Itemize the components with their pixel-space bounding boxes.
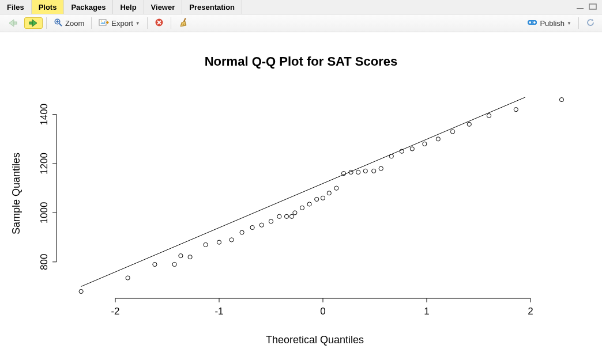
y-tick-label: 800	[39, 254, 50, 270]
svg-point-10	[101, 20, 102, 21]
tab-presentation[interactable]: Presentation	[182, 0, 242, 14]
export-button[interactable]: Export ▼	[95, 17, 144, 29]
minimize-pane-icon[interactable]	[575, 3, 586, 11]
refresh-icon	[586, 18, 595, 29]
x-tick-label: 0	[320, 306, 325, 317]
data-point	[289, 214, 294, 218]
export-icon	[99, 18, 109, 28]
data-point	[436, 137, 440, 141]
zoom-label: Zoom	[65, 19, 84, 28]
chevron-down-icon: ▼	[136, 21, 140, 26]
data-point	[229, 238, 234, 242]
data-point	[356, 170, 360, 174]
x-tick-label: 1	[424, 306, 429, 317]
svg-rect-1	[589, 4, 596, 9]
y-tick-label: 1400	[39, 104, 50, 126]
data-point	[514, 108, 518, 112]
qq-plot: Normal Q-Q Plot for SAT Scores Theoretic…	[0, 32, 602, 364]
nav-back-button[interactable]	[3, 17, 22, 29]
data-point	[315, 197, 319, 201]
zoom-icon	[54, 18, 63, 29]
data-point	[372, 169, 376, 173]
data-point	[126, 276, 130, 280]
data-point	[363, 169, 367, 173]
data-point	[259, 223, 264, 227]
x-tick-label: -1	[215, 306, 223, 317]
toolbar-separator	[578, 17, 579, 29]
chevron-down-icon: ▼	[567, 21, 571, 26]
svg-rect-2	[14, 22, 17, 24]
data-point	[487, 113, 491, 117]
chart-title: Normal Q-Q Plot for SAT Scores	[205, 54, 398, 69]
tab-viewer[interactable]: Viewer	[144, 0, 183, 14]
data-point	[327, 191, 331, 195]
data-point	[410, 147, 414, 151]
broom-icon	[178, 17, 189, 29]
x-tick-label: -2	[111, 306, 119, 317]
toolbar-separator	[147, 17, 148, 29]
export-label: Export	[111, 19, 133, 28]
data-point	[179, 254, 183, 258]
toolbar-separator	[91, 17, 92, 29]
data-point	[423, 142, 427, 146]
remove-plot-button[interactable]	[151, 17, 167, 30]
data-point	[334, 186, 338, 190]
plots-toolbar: Zoom Export ▼ Publish ▼	[0, 14, 602, 32]
x-axis-label: Theoretical Quantiles	[266, 334, 364, 346]
clear-all-button[interactable]	[175, 16, 192, 31]
data-point	[204, 242, 208, 247]
tab-files[interactable]: Files	[0, 0, 32, 14]
zoom-button[interactable]: Zoom	[50, 17, 88, 30]
plot-canvas: Normal Q-Q Plot for SAT Scores Theoretic…	[0, 32, 602, 364]
data-point	[307, 202, 311, 206]
data-point	[300, 206, 304, 210]
y-axis-label: Sample Quantiles	[10, 153, 22, 234]
publish-button[interactable]: Publish ▼	[524, 17, 575, 29]
data-point	[321, 196, 325, 200]
tab-help[interactable]: Help	[113, 0, 144, 14]
maximize-pane-icon[interactable]	[588, 3, 599, 11]
data-point	[250, 225, 254, 229]
data-point	[559, 97, 563, 101]
data-point	[450, 130, 454, 134]
data-point	[467, 122, 471, 126]
remove-icon	[155, 18, 164, 29]
toolbar-separator	[171, 17, 171, 29]
publish-icon	[527, 18, 537, 28]
toolbar-separator	[46, 17, 47, 29]
data-point	[188, 255, 192, 259]
data-point	[293, 211, 297, 215]
x-tick-label: 2	[528, 306, 533, 317]
data-point	[379, 166, 383, 170]
y-tick-label: 1000	[39, 202, 50, 224]
data-point	[172, 262, 176, 266]
svg-line-5	[59, 24, 62, 26]
data-point	[269, 219, 273, 223]
data-point	[284, 214, 288, 218]
data-point	[240, 230, 244, 234]
publish-label: Publish	[540, 19, 565, 28]
data-point	[217, 240, 221, 244]
y-tick-label: 1200	[39, 153, 50, 175]
qq-reference-line	[81, 97, 525, 287]
tab-packages[interactable]: Packages	[64, 0, 113, 14]
data-point	[277, 214, 281, 218]
nav-forward-button[interactable]	[24, 17, 43, 29]
pane-tabstrip: Files Plots Packages Help Viewer Present…	[0, 0, 602, 14]
data-point	[79, 289, 83, 293]
svg-rect-3	[29, 22, 32, 24]
tab-plots[interactable]: Plots	[32, 0, 65, 14]
data-point	[153, 262, 157, 266]
refresh-button[interactable]	[582, 17, 599, 30]
svg-rect-0	[577, 8, 584, 9]
